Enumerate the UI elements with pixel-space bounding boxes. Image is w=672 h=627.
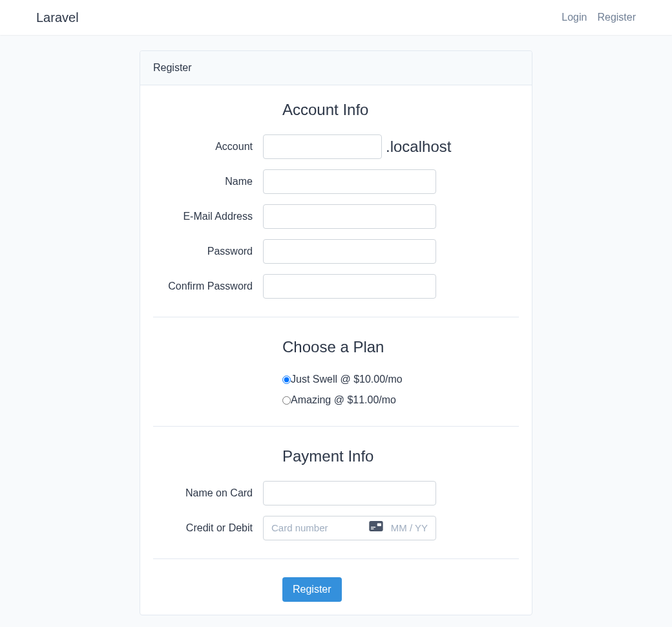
divider <box>153 426 519 427</box>
brand-link[interactable]: Laravel <box>36 8 79 27</box>
divider <box>153 558 519 559</box>
account-input[interactable] <box>263 134 382 159</box>
name-on-card-label: Name on Card <box>153 485 263 501</box>
name-input[interactable] <box>263 169 436 194</box>
plan-option[interactable]: Just Swell @ $10.00/mo <box>282 372 519 387</box>
card-number-placeholder: Card number <box>271 521 328 536</box>
card-header: Register <box>140 51 532 85</box>
plan-radio-amazing[interactable] <box>282 396 291 405</box>
card-expiry-placeholder: MM / YY <box>391 521 428 536</box>
navbar: Laravel Login Register <box>0 0 672 35</box>
email-input[interactable] <box>263 204 436 229</box>
password-input[interactable] <box>263 239 436 264</box>
login-link[interactable]: Login <box>562 10 587 25</box>
plan-radio-just-swell[interactable] <box>282 376 291 384</box>
name-label: Name <box>153 174 263 189</box>
name-on-card-input[interactable] <box>263 481 436 505</box>
password-label: Password <box>153 244 263 259</box>
card-icon <box>369 520 383 536</box>
account-label: Account <box>153 139 263 154</box>
credit-debit-label: Credit or Debit <box>153 520 263 536</box>
confirm-password-input[interactable] <box>263 274 436 299</box>
confirm-password-label: Confirm Password <box>153 279 263 294</box>
plan-label: Just Swell @ $10.00/mo <box>291 372 403 387</box>
svg-rect-2 <box>371 529 373 529</box>
choose-plan-heading: Choose a Plan <box>282 335 519 359</box>
plan-option[interactable]: Amazing @ $11.00/mo <box>282 392 519 408</box>
email-label: E-Mail Address <box>153 209 263 224</box>
register-card: Register Account Info Account .localhost… <box>140 50 532 615</box>
card-element[interactable]: Card number MM / YY <box>263 516 436 540</box>
payment-info-heading: Payment Info <box>282 445 519 468</box>
svg-rect-0 <box>369 521 383 531</box>
register-link[interactable]: Register <box>597 10 636 25</box>
register-button[interactable]: Register <box>282 577 342 602</box>
account-info-heading: Account Info <box>282 98 519 122</box>
divider <box>153 317 519 317</box>
svg-rect-3 <box>377 524 381 526</box>
account-suffix: .localhost <box>386 135 451 158</box>
svg-rect-1 <box>371 527 375 527</box>
plan-label: Amazing @ $11.00/mo <box>291 392 396 408</box>
